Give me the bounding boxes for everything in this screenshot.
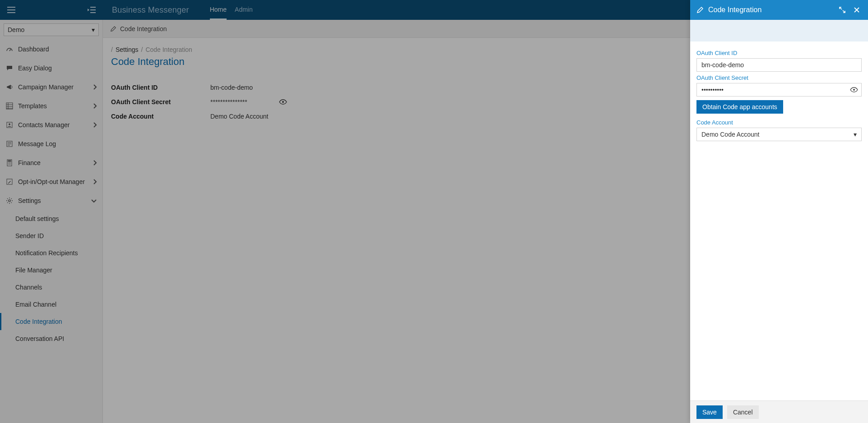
sidebar-item-label: Conversation API [15,335,64,342]
chat-icon [5,64,14,72]
chevron-right-icon [93,84,97,90]
sidebar-item-label: Settings [18,197,41,204]
megaphone-icon [5,83,14,91]
sidebar-sub-channels[interactable]: Channels [0,279,102,296]
sidebar-item-label: Notification Recipients [15,249,78,257]
sidebar-item-label: File Manager [15,267,52,274]
sidebar-sub-file-manager[interactable]: File Manager [0,262,102,279]
svg-point-11 [10,164,11,165]
sidebar-sub-sender-id[interactable]: Sender ID [0,227,102,244]
breadcrumb-sep: / [111,46,113,53]
sidebar-sub-notification-recipients[interactable]: Notification Recipients [0,244,102,262]
app-name: Business Messenger [103,5,197,15]
svg-point-14 [282,101,284,103]
caret-down-icon: ▾ [92,26,95,33]
sidebar-item-label: Message Log [18,140,56,147]
sidebar-item-campaign-manager[interactable]: Campaign Manager [0,78,102,97]
obtain-accounts-button[interactable]: Obtain Code app accounts [696,100,783,114]
detail-label: OAuth Client ID [111,84,210,91]
chevron-down-icon [91,198,97,203]
breadcrumb-sep: / [141,46,143,53]
sidebar-item-finance[interactable]: Finance [0,153,102,172]
svg-point-13 [9,200,10,202]
scope-selected: Demo [8,26,24,33]
sidebar-item-optin-manager[interactable]: Opt-in/Opt-out Manager [0,172,102,191]
pencil-icon [696,6,704,14]
sidebar-settings-children: Default settings Sender ID Notification … [0,210,102,347]
chevron-right-icon [93,103,97,109]
gear-icon [5,197,14,205]
sidebar-item-label: Channels [15,284,42,291]
expand-icon[interactable] [837,5,847,15]
sidebar-sub-code-integration[interactable]: Code Integration [0,313,102,330]
panel-strip [690,20,868,41]
caret-down-icon: ▾ [854,131,857,138]
edit-panel: Code Integration OAuth Client ID OAuth C… [690,0,868,423]
sidebar-item-templates[interactable]: Templates [0,97,102,115]
eye-icon[interactable] [279,99,287,105]
sidebar-item-label: Campaign Manager [18,83,74,91]
eye-icon[interactable] [850,87,858,92]
sidebar-item-label: Sender ID [15,232,44,239]
tab-admin[interactable]: Admin [235,0,253,20]
panel-body: OAuth Client ID OAuth Client Secret Obta… [690,41,868,400]
indent-toggle-icon[interactable] [87,5,97,15]
sidebar-item-label: Contacts Manager [18,121,70,129]
sidebar-nav: Dashboard Easy Dialog Campaign Manager T… [0,40,102,423]
breadcrumb-parent[interactable]: Settings [116,46,139,53]
account-select[interactable]: Demo Code Account ▾ [696,128,862,141]
svg-point-15 [853,89,855,91]
sidebar-item-label: Default settings [15,215,59,222]
sidebar-item-dashboard[interactable]: Dashboard [0,40,102,59]
svg-point-8 [10,162,11,163]
sidebar-item-message-log[interactable]: Message Log [0,134,102,153]
client-secret-input[interactable] [696,83,862,97]
pencil-icon [110,26,116,32]
account-select-value: Demo Code Account [701,131,759,138]
gauge-icon [5,45,14,53]
sidebar-toggle-zone [0,5,103,15]
top-tabs: Home Admin [197,0,253,20]
chevron-right-icon [93,160,97,166]
scope-select[interactable]: Demo ▾ [4,23,99,36]
tab-home[interactable]: Home [210,0,227,20]
detail-value: bm-code-demo [210,84,253,91]
sidebar-item-easy-dialog[interactable]: Easy Dialog [0,59,102,78]
svg-point-9 [8,164,9,165]
contacts-icon [5,121,14,129]
field-label-client-secret: OAuth Client Secret [696,74,862,81]
panel-header: Code Integration [690,0,868,20]
field-label-account: Code Account [696,119,862,126]
log-icon [5,140,14,148]
sidebar-sub-conversation-api[interactable]: Conversation API [0,330,102,347]
detail-value: *************** [210,98,247,106]
sidebar-sub-default-settings[interactable]: Default settings [0,210,102,227]
breadcrumb-current: Code Integration [145,46,192,53]
sidebar-item-settings[interactable]: Settings [0,191,102,210]
cancel-button[interactable]: Cancel [727,405,759,419]
client-secret-wrap [696,83,862,97]
save-button[interactable]: Save [696,405,723,419]
sidebar-item-label: Email Channel [15,301,56,308]
content-header-title: Code Integration [120,25,167,32]
close-icon[interactable] [852,5,862,15]
sidebar-item-label: Easy Dialog [18,64,52,72]
svg-point-7 [9,162,10,163]
chevron-right-icon [93,179,97,185]
panel-title: Code Integration [708,6,833,14]
sidebar-item-label: Opt-in/Opt-out Manager [18,178,85,185]
sidebar: Demo ▾ Dashboard Easy Dialog Campaign Ma… [0,20,103,423]
detail-label: OAuth Client Secret [111,98,210,106]
sidebar-sub-email-channel[interactable]: Email Channel [0,296,102,313]
svg-point-6 [8,162,9,163]
svg-rect-5 [8,161,11,162]
svg-point-2 [9,124,10,125]
calculator-icon [5,159,14,167]
menu-toggle-icon[interactable] [6,5,16,15]
chevron-right-icon [93,122,97,128]
sidebar-item-contacts-manager[interactable]: Contacts Manager [0,115,102,134]
panel-footer: Save Cancel [690,400,868,423]
sidebar-item-label: Templates [18,102,47,110]
edit-square-icon [5,178,14,186]
client-id-input[interactable] [696,58,862,72]
